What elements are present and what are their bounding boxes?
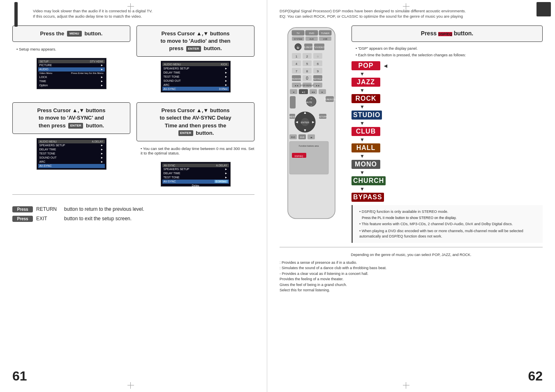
svg-text:7: 7 — [296, 69, 298, 73]
top-note-right: DSP(Digital Signal Processor) DSP modes … — [280, 8, 522, 19]
eq-down-arrow6: ▼ — [360, 153, 543, 159]
svg-text:TUNER: TUNER — [321, 32, 330, 35]
eq-mode-rock: ROCK — [352, 94, 543, 103]
eq-badge-rock: ROCK — [352, 94, 380, 103]
step4-label: Press Cursor ▲,▼ buttonsto select the AV… — [160, 107, 231, 128]
screen3: AUDIO MENU A.DELAY SPEAKERS SETUP► DELAY… — [37, 138, 106, 170]
screen2-header-left: AUDIO MENU — [164, 63, 181, 66]
step3-section: Press Cursor ▲,▼ buttonsto move to 'AV-S… — [12, 102, 130, 188]
notes-section: DSP/EQ function is only available in STE… — [352, 205, 543, 243]
eq-mode-church: CHURCH — [352, 176, 543, 185]
s4r2: TEST TONE► — [162, 175, 229, 180]
dsp-button-box: Press DSP/EQ button. — [352, 25, 543, 42]
svg-text:ANYKEY: ANYKEY — [313, 78, 323, 80]
dsp-press-label: Press — [421, 30, 437, 37]
svg-text:Function buttons area: Function buttons area — [299, 145, 319, 147]
eq-badge-church: CHURCH — [352, 176, 386, 185]
eq-badge-pop: POP — [352, 61, 380, 70]
svg-text:5: 5 — [306, 62, 308, 66]
press-label-2: Press — [12, 216, 33, 222]
press-return-section: Press RETURN button to return to the pre… — [12, 201, 254, 227]
step1-label: Press the — [40, 30, 65, 37]
step4-suffix: button. — [196, 130, 214, 136]
svg-text:◄►: ◄► — [311, 91, 315, 93]
step2-section: Press Cursor ▲,▼ buttonsto move to 'Audi… — [136, 25, 254, 95]
crosshair-top-right — [403, 3, 409, 10]
step4-section: Press Cursor ▲,▼ buttonsto select the AV… — [136, 102, 254, 188]
svg-text:2: 2 — [306, 55, 308, 58]
step1-box: Press the MENU button. — [12, 25, 130, 42]
right-page: DSP(Digital Signal Processor) DSP modes … — [267, 0, 555, 392]
eq-badge-jazz: JAZZ — [352, 78, 380, 87]
screen1-row0: PICTURE► — [38, 63, 105, 67]
svg-text:−: − — [310, 104, 312, 107]
press-exit-row: Press EXIT button to exit the setup scre… — [12, 216, 254, 222]
screen2-header-right: KICK — [221, 63, 227, 66]
screen3-header-right: A.DELAY — [92, 140, 103, 143]
bottom-item-2: - Provides a clear vocal as if listening… — [280, 271, 543, 277]
bottom-item-1: : Simulates the sound of a dance club wi… — [280, 265, 543, 271]
svg-text:6: 6 — [317, 62, 319, 66]
page-marker-right — [536, 2, 551, 16]
eq-modes-list: POP ◄ ▼ JAZZ ▼ ROCK ▼ STUDIO ▼ — [352, 61, 543, 202]
step1-suffix: button. — [84, 30, 102, 37]
press-exit-text: button to exit the setup screen. — [64, 216, 132, 221]
s4r0: SPEAKERS SETUP► — [162, 167, 229, 171]
eq-badge-bypass: BYPASS — [352, 193, 384, 202]
svg-text:USB: USB — [323, 38, 328, 40]
screen4-header: AV-SYNC — [164, 164, 176, 167]
step2-button: ENTER — [186, 46, 201, 52]
svg-text:►: ► — [321, 91, 324, 93]
eq-mode-jazz: JAZZ — [352, 78, 543, 87]
s4r3: AV-SYNC0:34Sec — [162, 180, 229, 184]
eq-mode-mono: MONO — [352, 160, 543, 169]
s2r3: SOUND OUT► — [162, 78, 229, 83]
screen1-row4: TIME► — [38, 79, 105, 83]
screen1-row3: LOCK► — [38, 75, 105, 79]
s3r1: DELAY TIME► — [38, 148, 105, 152]
svg-text:RETURN: RETURN — [319, 115, 327, 118]
svg-text:MUTE: MUTE — [306, 101, 312, 104]
svg-text:DVR: DVR — [300, 136, 305, 138]
eq-down-arrow2: ▼ — [360, 88, 543, 93]
bottom-item-5: Select this for normal listening. — [280, 288, 543, 293]
svg-text:S.BEST: S.BEST — [304, 46, 313, 48]
step2-box: Press Cursor ▲,▼ buttonsto move to 'Audi… — [136, 25, 254, 57]
svg-text:DSP/EQ: DSP/EQ — [295, 155, 304, 157]
svg-text:▼: ▼ — [303, 128, 307, 132]
eq-mode-club: CLUB — [352, 127, 543, 136]
step4-bullet: You can set the audio delay time between… — [141, 146, 254, 155]
eq-down-arrow5: ▼ — [360, 137, 543, 143]
remote-svg: TV DVD TUNER SYSTEM AUX USB ⏻ S.BEST — [280, 25, 343, 223]
page-marker-left — [14, 2, 18, 27]
crosshair-bottom-left — [127, 382, 134, 389]
svg-text:○: ○ — [317, 55, 319, 58]
eq-arrow-pop: ◄ — [383, 62, 388, 69]
dsp-button-suffix: button. — [454, 30, 473, 37]
bottom-center-text: Depending on the genre of music, you can… — [280, 252, 543, 258]
s4r1: DELAY TIME► — [162, 171, 229, 175]
svg-text:⏻: ⏻ — [297, 46, 299, 49]
svg-text:0: 0 — [306, 76, 308, 81]
eq-mode-studio: STUDIO — [352, 111, 543, 120]
svg-text:MENU: MENU — [289, 115, 296, 118]
s3r0: SPEAKERS SETUP► — [38, 143, 105, 148]
dsp-bullet1: "DSP" appears on the display panel. — [356, 46, 543, 51]
svg-text:SYSTEM: SYSTEM — [294, 38, 303, 40]
svg-text:⏏: ⏏ — [310, 136, 312, 138]
s3r5: AV-SYNC — [38, 164, 105, 168]
eq-down-arrow7: ▼ — [360, 170, 543, 175]
exit-button: EXIT — [36, 216, 61, 221]
s2r4: ARC► — [162, 83, 229, 87]
svg-text:STEP REPEAT: STEP REPEAT — [300, 84, 314, 87]
step1-section: Press the MENU button. Setup menu appear… — [12, 25, 130, 95]
eq-down-arrow3: ▼ — [360, 104, 543, 110]
svg-text:TV/VIDEO: TV/VIDEO — [313, 46, 325, 48]
eq-down-arrow1: ▼ — [360, 71, 543, 77]
divider — [12, 194, 254, 195]
dsp-info-area: Press DSP/EQ button. "DSP" appears on th… — [352, 25, 543, 243]
s2r0: SPEAKERS SETUP► — [162, 66, 229, 70]
svg-text:1: 1 — [296, 55, 298, 58]
crosshair-bottom-right — [403, 382, 409, 389]
eq-down-arrow4: ▼ — [360, 120, 543, 126]
